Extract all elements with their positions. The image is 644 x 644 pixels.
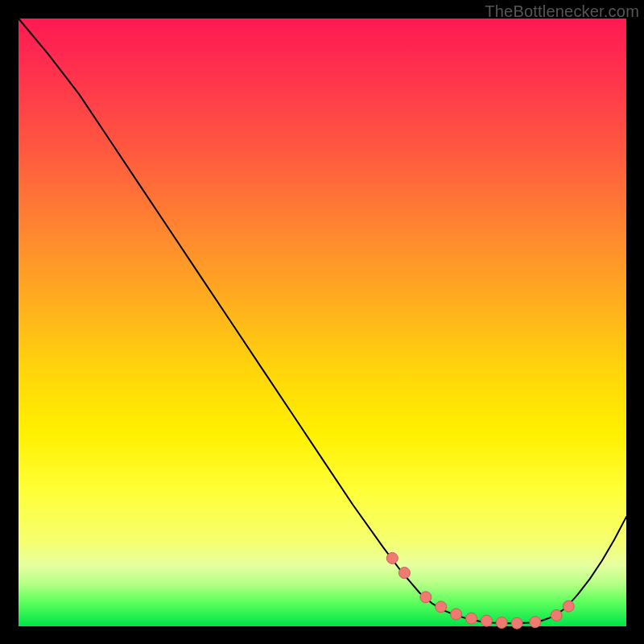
marker-dot — [511, 617, 522, 629]
marker-dots-group — [386, 552, 574, 629]
marker-dot — [420, 592, 431, 603]
marker-dot — [551, 609, 562, 621]
marker-dot — [398, 568, 410, 579]
chart-frame: TheBottlenecker.com — [0, 0, 644, 644]
marker-dot — [563, 601, 574, 612]
marker-dot — [451, 609, 462, 620]
marker-dot — [496, 617, 507, 629]
curve-path — [19, 19, 626, 623]
chart-svg — [19, 19, 626, 626]
marker-dot — [436, 601, 447, 613]
chart-gradient-area — [19, 19, 626, 626]
marker-dot — [530, 617, 541, 628]
marker-dot — [466, 613, 477, 624]
marker-dot — [481, 615, 492, 626]
watermark-text: TheBottlenecker.com — [485, 2, 639, 21]
marker-dot — [386, 552, 398, 564]
